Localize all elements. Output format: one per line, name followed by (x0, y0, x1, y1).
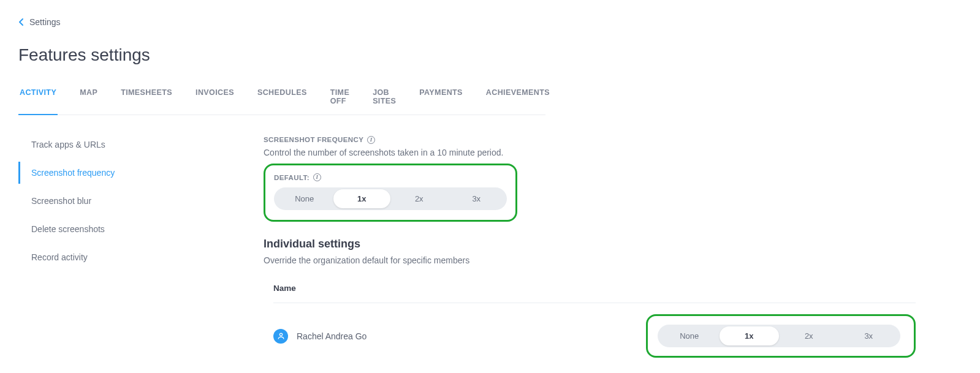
individual-settings-title: Individual settings (264, 238, 962, 251)
section-description: Control the number of screenshots taken … (264, 148, 962, 157)
tab-map[interactable]: MAP (78, 88, 99, 115)
seg-option-none[interactable]: None (276, 189, 333, 208)
default-highlight-box: DEFAULT: i None 1x 2x 3x (264, 164, 517, 222)
section-label: SCREENSHOT FREQUENCY i (264, 136, 375, 144)
info-icon[interactable]: i (313, 173, 321, 181)
side-item-screenshot-blur[interactable]: Screenshot blur (18, 190, 264, 212)
chevron-left-icon (18, 18, 25, 26)
tab-invoices[interactable]: INVOICES (194, 88, 235, 115)
tab-timesheets[interactable]: TIMESHEETS (120, 88, 173, 115)
tab-payments[interactable]: PAYMENTS (418, 88, 464, 115)
row-seg-option-1x[interactable]: 1x (720, 326, 780, 345)
row-seg-option-none[interactable]: None (659, 326, 720, 345)
row-segmented-control[interactable]: None 1x 2x 3x (658, 325, 900, 347)
individual-settings-desc: Override the organization default for sp… (264, 255, 962, 265)
tab-time-off[interactable]: TIME OFF (329, 88, 351, 115)
tab-achievements[interactable]: ACHIEVEMENTS (485, 88, 551, 115)
avatar (273, 329, 288, 344)
row-seg-option-3x[interactable]: 3x (839, 326, 899, 345)
main-content: SCREENSHOT FREQUENCY i Control the numbe… (264, 134, 962, 369)
member-name: Rachel Andrea Go (297, 331, 668, 341)
tab-job-sites[interactable]: JOB SITES (371, 88, 397, 115)
tab-schedules[interactable]: SCHEDULES (256, 88, 308, 115)
side-item-screenshot-frequency[interactable]: Screenshot frequency (18, 162, 264, 184)
row-seg-option-2x[interactable]: 2x (779, 326, 839, 345)
side-item-delete-screenshots[interactable]: Delete screenshots (18, 218, 264, 240)
page-title: Features settings (18, 45, 962, 65)
side-item-record-activity[interactable]: Record activity (18, 246, 264, 268)
section-label-text: SCREENSHOT FREQUENCY (264, 136, 363, 143)
table-header-name: Name (273, 284, 916, 303)
breadcrumb[interactable]: Settings (18, 17, 962, 27)
members-table: Name Rachel Andrea Go None 1x 2x 3x (273, 284, 916, 369)
user-icon (277, 332, 285, 340)
info-icon[interactable]: i (367, 136, 375, 144)
tab-activity[interactable]: ACTIVITY (18, 88, 58, 115)
default-label: DEFAULT: i (274, 173, 321, 181)
seg-option-3x[interactable]: 3x (448, 189, 506, 208)
breadcrumb-label[interactable]: Settings (29, 17, 61, 27)
row-highlight-box: None 1x 2x 3x (646, 314, 916, 358)
seg-option-1x[interactable]: 1x (333, 189, 391, 208)
default-segmented-control[interactable]: None 1x 2x 3x (274, 187, 507, 210)
tabs: ACTIVITY MAP TIMESHEETS INVOICES SCHEDUL… (18, 88, 545, 115)
svg-point-0 (279, 333, 282, 336)
default-label-text: DEFAULT: (274, 174, 310, 181)
side-item-track-apps[interactable]: Track apps & URLs (18, 134, 264, 156)
seg-option-2x[interactable]: 2x (390, 189, 448, 208)
table-row: Rachel Andrea Go None 1x 2x 3x (273, 303, 916, 369)
side-nav: Track apps & URLs Screenshot frequency S… (18, 134, 264, 369)
